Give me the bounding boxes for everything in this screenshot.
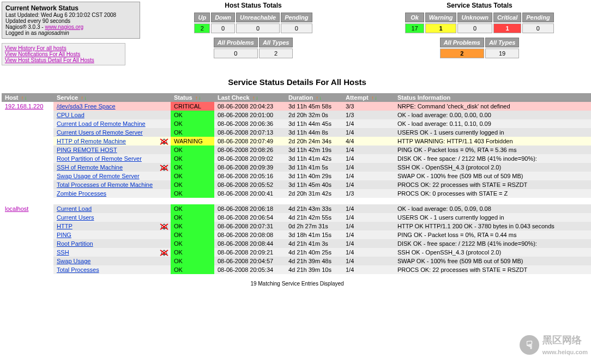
col-last-check[interactable]: Last Check ↑↓ (214, 93, 285, 102)
service-link[interactable]: Current Load (57, 205, 92, 212)
service-link[interactable]: Zombie Processes (57, 190, 106, 197)
attempt-cell: 1/3 (342, 189, 394, 198)
h-s-allprob[interactable]: All Problems (440, 38, 484, 47)
v-s-pending[interactable]: 0 (522, 23, 553, 33)
service-link[interactable]: Swap Usage of Remote Server (57, 173, 140, 179)
service-link[interactable]: Current Load of Remote Machine (57, 120, 146, 127)
status-cell: OK (171, 265, 214, 274)
h-down[interactable]: Down (211, 13, 235, 22)
link-history[interactable]: View History For all hosts (5, 45, 122, 51)
service-link[interactable]: SSH of Remote Machine (57, 164, 123, 171)
table-row: Current Users of Remote ServerOK08-06-20… (2, 128, 591, 137)
service-link[interactable]: Current Users (57, 214, 94, 221)
link-notifications[interactable]: View Notifications For All Hosts (5, 51, 122, 57)
sort-down-icon[interactable]: ↓ (84, 95, 87, 101)
h-unreachable[interactable]: Unreachable (236, 13, 280, 22)
info-cell: OK - load average: 0.05, 0.09, 0.08 (394, 204, 591, 213)
col-service[interactable]: Service ↑↓ (53, 93, 171, 102)
service-link[interactable]: Root Partition of Remote Server (57, 155, 142, 162)
duration-cell: 4d 21h 42m 55s (285, 213, 342, 222)
sort-down-icon[interactable]: ↓ (319, 95, 322, 101)
service-link[interactable]: HTTP of Remote Machine (57, 138, 126, 144)
service-link[interactable]: Current Users of Remote Server (57, 129, 143, 136)
status-cell: OK (171, 145, 214, 154)
status-cell: OK (171, 189, 214, 198)
attempt-cell: 1/4 (342, 265, 394, 274)
host-link[interactable]: localhost (5, 205, 28, 212)
table-row: 192.168.1.220/dev/sda3 Free SpaceCRITICA… (2, 102, 591, 111)
service-link[interactable]: /dev/sda3 Free Space (57, 103, 116, 110)
v-allprob[interactable]: 0 (214, 48, 258, 58)
host-cell (2, 213, 53, 222)
v-s-allprob[interactable]: 2 (440, 48, 484, 58)
sort-down-icon[interactable]: ↓ (25, 95, 27, 101)
sort-up-icon[interactable]: ↑ (252, 95, 255, 101)
v-pending[interactable]: 0 (281, 23, 312, 33)
table-row: Total ProcessesOK08-06-2008 20:05:344d 2… (2, 265, 591, 274)
sort-up-icon[interactable]: ↑ (81, 95, 83, 101)
service-totals: Service Status Totals Ok Warning Unknown… (366, 2, 591, 59)
table-row: Swap UsageOK08-06-2008 20:04:574d 21h 39… (2, 257, 591, 265)
service-link[interactable]: PING (57, 232, 71, 238)
sort-up-icon[interactable]: ↑ (21, 95, 24, 101)
service-link[interactable]: SSH (57, 249, 69, 256)
col-status[interactable]: Status ↑↓ (171, 93, 214, 102)
v-alltypes[interactable]: 2 (259, 48, 293, 58)
h-alltypes[interactable]: All Types (259, 38, 293, 47)
info-logged-in: Logged in as nagiosadmin (5, 30, 136, 36)
service-link[interactable]: HTTP (57, 223, 73, 229)
service-link[interactable]: PING REMOTE HOST (57, 147, 117, 153)
h-critical[interactable]: Critical (493, 13, 521, 22)
sort-down-icon[interactable]: ↓ (256, 95, 258, 101)
service-cell: SSH (53, 248, 171, 257)
host-cell (2, 119, 53, 128)
status-cell: CRITICAL (171, 102, 214, 111)
v-s-alltypes[interactable]: 19 (485, 48, 520, 58)
h-ok[interactable]: Ok (405, 13, 424, 22)
v-up[interactable]: 2 (194, 23, 210, 33)
col-host[interactable]: Host ↑↓ (2, 93, 53, 102)
last-check-cell: 08-06-2008 20:05:52 (214, 180, 285, 189)
sort-up-icon[interactable]: ↑ (195, 95, 198, 101)
service-link[interactable]: Root Partition (57, 240, 93, 247)
info-cell: PROCS OK: 22 processes with STATE = RSZD… (394, 265, 591, 274)
attempt-cell: 1/3 (342, 111, 394, 119)
service-link[interactable]: Swap Usage (57, 258, 91, 264)
v-warning[interactable]: 1 (425, 23, 457, 33)
link-host-status[interactable]: View Host Status Detail For All Hosts (5, 57, 122, 63)
service-link[interactable]: Total Processes of Remote Machine (57, 181, 153, 188)
col-duration[interactable]: Duration ↑↓ (285, 93, 342, 102)
h-up[interactable]: Up (194, 13, 210, 22)
v-down[interactable]: 0 (211, 23, 235, 33)
service-cell: Current Load of Remote Machine (53, 119, 171, 128)
service-link[interactable]: Total Processes (57, 266, 99, 273)
h-allprob[interactable]: All Problems (214, 38, 258, 47)
v-ok[interactable]: 17 (405, 23, 424, 33)
sort-down-icon[interactable]: ↓ (375, 95, 377, 101)
v-unreachable[interactable]: 0 (236, 23, 280, 33)
info-cell: SSH OK - OpenSSH_4.3 (protocol 2.0) (394, 248, 591, 257)
last-check-cell: 08-06-2008 20:09:21 (214, 248, 285, 257)
host-link[interactable]: 192.168.1.220 (5, 103, 43, 110)
h-pending[interactable]: Pending (281, 13, 312, 22)
h-s-alltypes[interactable]: All Types (485, 38, 520, 47)
service-link[interactable]: CPU Load (57, 112, 85, 118)
h-warning[interactable]: Warning (425, 13, 457, 22)
sort-down-icon[interactable]: ↓ (198, 95, 201, 101)
service-cell: Root Partition of Remote Server (53, 154, 171, 163)
h-unknown[interactable]: Unknown (457, 13, 492, 22)
table-row: HTTP of Remote MachineWARNING08-06-2008 … (2, 137, 591, 145)
host-cell (2, 154, 53, 163)
v-unknown[interactable]: 0 (457, 23, 492, 33)
v-critical[interactable]: 1 (493, 23, 521, 33)
svg-rect-16 (164, 250, 165, 251)
h-s-pending[interactable]: Pending (522, 13, 553, 22)
info-cell: NRPE: Command 'check_disk' not defined (394, 102, 591, 111)
nagios-link[interactable]: www.nagios.org (45, 24, 83, 30)
table-row: Swap Usage of Remote ServerOK08-06-2008 … (2, 172, 591, 180)
col-attempt[interactable]: Attempt ↑↓ (342, 93, 394, 102)
service-cell: Current Load (53, 204, 171, 213)
sort-up-icon[interactable]: ↑ (316, 95, 318, 101)
sort-up-icon[interactable]: ↑ (371, 95, 374, 101)
notifications-disabled-icon (160, 223, 167, 229)
